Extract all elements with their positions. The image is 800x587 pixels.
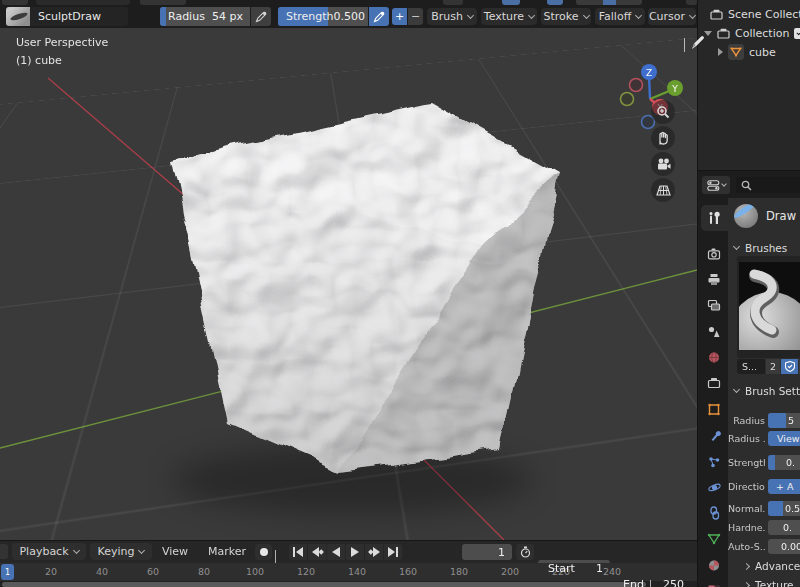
tab-object-data[interactable] <box>702 528 726 550</box>
horizontal-scrollbar[interactable] <box>2 582 646 587</box>
radius-unit-button[interactable]: View <box>768 431 800 446</box>
users-count-button[interactable]: 2 <box>766 359 780 374</box>
jump-to-start-button[interactable] <box>289 544 307 560</box>
tab-render[interactable] <box>702 242 726 264</box>
jump-prev-keyframe-button[interactable] <box>308 544 326 560</box>
zoom-button[interactable] <box>651 100 675 124</box>
outliner-row-cube[interactable]: cube <box>718 44 776 60</box>
texture-panel-header[interactable]: Texture <box>742 579 793 587</box>
partial-button[interactable] <box>2 0 28 5</box>
keying-label: Keying <box>98 545 135 558</box>
chevron-down-icon <box>73 546 80 553</box>
tab-physics[interactable] <box>702 476 726 498</box>
stylus-pressure-icon <box>373 11 385 23</box>
tab-scene[interactable] <box>702 320 726 342</box>
brush-preview-icon[interactable] <box>6 7 30 26</box>
toggle-ortho-button[interactable] <box>651 178 675 202</box>
cursor-menu[interactable]: Cursor <box>648 8 696 25</box>
direction-add-button[interactable]: + A <box>768 479 800 494</box>
partial-field[interactable] <box>36 0 130 5</box>
normal-radius-slider[interactable]: 0.5 <box>768 501 800 516</box>
brush-preview-image[interactable] <box>739 262 800 350</box>
camera-view-button[interactable] <box>651 152 675 176</box>
auto-keying-button[interactable] <box>255 544 272 560</box>
partial-search[interactable] <box>686 0 697 5</box>
strength-slider[interactable]: Strength 0.500 <box>278 7 368 26</box>
radius-slider[interactable]: Radius 54 px <box>160 7 250 26</box>
play-reverse-button[interactable] <box>327 544 345 560</box>
partial-toggle-on[interactable] <box>502 0 520 5</box>
stroke-menu[interactable]: Stroke <box>541 8 591 25</box>
tab-output[interactable] <box>702 268 726 290</box>
editor-type-button[interactable] <box>702 176 730 194</box>
outliner-row-collection[interactable]: Collection <box>704 25 800 41</box>
outliner-row-scene[interactable]: Scene Collecti <box>710 6 800 22</box>
editor-type-button[interactable] <box>0 544 8 559</box>
gizmo-neg-y[interactable] <box>621 93 634 106</box>
collapsed-triangle-icon[interactable] <box>718 48 723 56</box>
hardness-slider[interactable]: 0. <box>768 520 800 535</box>
strength-pressure-button[interactable] <box>369 7 389 26</box>
sidebar-collapse-arrow[interactable] <box>684 38 685 51</box>
fake-user-shield-button[interactable] <box>781 359 798 374</box>
pan-button[interactable] <box>651 126 675 150</box>
collection-checkbox[interactable] <box>794 28 800 39</box>
active-tool-label: Draw <box>766 209 796 223</box>
jump-to-end-button[interactable] <box>384 544 402 560</box>
current-frame-field[interactable]: 1 <box>462 544 512 560</box>
partial-toggle-on[interactable] <box>547 0 563 5</box>
tab-world[interactable] <box>702 346 726 368</box>
chevron-down-icon <box>138 546 145 553</box>
subtract-direction-button[interactable]: − <box>408 8 423 25</box>
play-button[interactable] <box>346 544 364 560</box>
texture-menu[interactable]: Texture <box>481 8 537 25</box>
brushes-panel-header[interactable]: Brushes <box>734 242 787 254</box>
properties-search-input[interactable] <box>736 177 800 193</box>
keying-dropdown[interactable] <box>275 550 276 563</box>
auto-smooth-slider[interactable]: 0.00 <box>768 539 800 554</box>
partial-dropdown[interactable] <box>443 0 463 5</box>
view-name-overlay: User Perspective <box>16 36 108 49</box>
setting-row-radius: Radius 5 <box>728 412 800 428</box>
add-direction-button[interactable]: + <box>392 8 407 25</box>
tab-modifiers[interactable] <box>702 424 726 446</box>
brush-menu[interactable]: Brush <box>427 8 477 25</box>
viewport-3d[interactable]: User Perspective (1) cube Z Y X <box>0 28 697 540</box>
sculpted-cube[interactable] <box>172 103 560 472</box>
falloff-menu[interactable]: Falloff <box>595 8 645 25</box>
partial-button[interactable] <box>140 0 186 5</box>
start-frame-field[interactable]: Start 1 <box>538 560 610 576</box>
view-menu[interactable]: View <box>162 545 188 558</box>
tab-constraints[interactable] <box>702 502 726 524</box>
radius-pressure-button[interactable] <box>251 7 271 26</box>
radius-slider[interactable]: 5 <box>768 413 800 428</box>
strength-slider[interactable]: 0. <box>768 455 800 470</box>
tab-material[interactable] <box>702 554 726 576</box>
tab-view-layer[interactable] <box>702 294 726 316</box>
gizmo-neg-x[interactable] <box>630 79 643 92</box>
brush-settings-panel-header[interactable]: Brush Settings <box>734 385 800 397</box>
scroll-collapse-arrow[interactable] <box>650 580 651 587</box>
marker-menu[interactable]: Marker <box>208 545 246 558</box>
tab-tool[interactable] <box>702 207 726 229</box>
playhead[interactable]: 1 <box>1 564 14 580</box>
svg-text:Z: Z <box>646 68 652 78</box>
jump-next-keyframe-button[interactable] <box>365 544 383 560</box>
preview-range-button[interactable] <box>516 544 534 560</box>
brush-name-field[interactable]: SculptDraw <box>30 7 128 26</box>
playback-menu[interactable]: Playback <box>12 543 86 560</box>
transport-controls <box>289 544 402 560</box>
tab-particles[interactable] <box>702 450 726 472</box>
collection-label: Collection <box>735 27 789 40</box>
brush-name-field[interactable]: S... <box>737 359 765 374</box>
tab-object[interactable] <box>702 398 726 420</box>
partial-toggle-on[interactable] <box>603 0 616 5</box>
ruler-tick: 120 <box>291 566 321 577</box>
chevron-down-icon <box>528 11 535 18</box>
keying-menu[interactable]: Keying <box>90 543 152 560</box>
timeline-ruler[interactable]: 20 40 60 80 100 120 140 160 180 200 220 … <box>0 563 697 581</box>
advanced-panel-header[interactable]: Advanced <box>742 560 800 572</box>
eraser-cursor-icon <box>688 34 706 52</box>
tab-texture[interactable] <box>702 580 726 587</box>
tab-collection-props[interactable] <box>702 372 726 394</box>
